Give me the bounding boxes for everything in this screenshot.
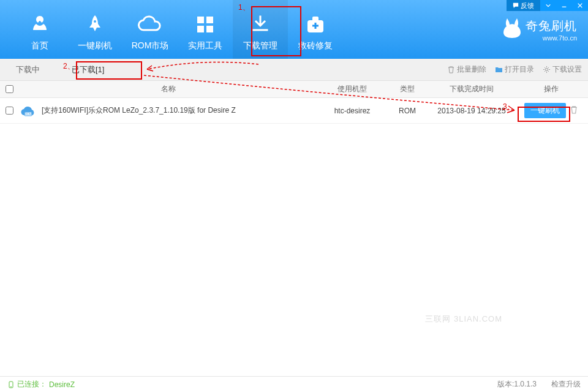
close-button[interactable] xyxy=(572,0,588,11)
feedback-label: 反馈 xyxy=(521,1,534,10)
svg-rect-6 xyxy=(312,17,318,21)
tab-downloaded[interactable]: 已下载[1] xyxy=(56,59,120,81)
row-type: ROM xyxy=(386,107,429,115)
minimize-icon xyxy=(561,2,567,9)
nav-flash-label: 一键刷机 xyxy=(78,40,112,51)
svg-rect-2 xyxy=(206,17,213,23)
dropdown-button[interactable] xyxy=(540,0,556,11)
col-time: 下载完成时间 xyxy=(429,84,514,94)
table-row[interactable]: ROM [支持160WIFI]乐众ROM LeZo_2.3.7_1.10.19版… xyxy=(0,98,588,124)
status-device: DesireZ xyxy=(49,380,75,389)
nav-home-label: 首页 xyxy=(31,40,48,51)
gear-icon xyxy=(543,66,551,74)
grid-icon xyxy=(196,12,214,37)
col-model: 使用机型 xyxy=(318,84,386,94)
brand-name: 奇兔刷机 xyxy=(526,18,577,34)
table-header: 名称 使用机型 类型 下载完成时间 操作 xyxy=(0,81,588,98)
statusbar: 已连接： DesireZ 版本:1.0.1.3 检查升级 xyxy=(0,376,588,392)
nav-rescue-label: 救砖修复 xyxy=(298,40,333,51)
svg-point-7 xyxy=(546,69,548,71)
nav-download-label: 下载管理 xyxy=(243,40,277,51)
col-op: 操作 xyxy=(514,84,588,94)
download-settings-label: 下载设置 xyxy=(552,64,582,75)
row-checkbox[interactable] xyxy=(6,107,13,115)
brand-url: www.7to.cn xyxy=(543,34,577,42)
row-delete-button[interactable] xyxy=(570,105,578,116)
download-icon xyxy=(250,12,271,37)
batch-delete-button[interactable]: 批量删除 xyxy=(447,64,486,75)
medical-icon xyxy=(305,12,326,37)
open-folder-label: 打开目录 xyxy=(505,64,534,75)
main-header: 首页 一键刷机 ROM市场 实用工具 下载管理 救砖修复 奇兔 xyxy=(0,0,588,59)
device-icon xyxy=(7,381,15,388)
check-update-button[interactable]: 检查升级 xyxy=(551,379,581,390)
trash-icon xyxy=(447,66,455,74)
subheader: 下载中 已下载[1] 批量删除 打开目录 下载设置 xyxy=(0,59,588,81)
watermark: 三联网 3LIAN.COM xyxy=(425,314,502,325)
rocket-icon xyxy=(85,12,105,37)
nav-rescue[interactable]: 救砖修复 xyxy=(288,0,343,59)
flash-button[interactable]: 一键刷机 xyxy=(524,103,566,118)
speech-icon xyxy=(513,2,519,9)
nav-tools-label: 实用工具 xyxy=(188,40,222,51)
nav-download[interactable]: 下载管理 xyxy=(233,0,288,59)
select-all-checkbox[interactable] xyxy=(6,85,13,93)
svg-rect-11 xyxy=(10,386,12,387)
status-connected-prefix: 已连接： xyxy=(17,379,47,390)
trash-icon xyxy=(570,105,578,114)
open-folder-button[interactable]: 打开目录 xyxy=(495,64,534,75)
svg-rect-0 xyxy=(562,7,567,7)
folder-icon xyxy=(495,66,503,74)
close-icon xyxy=(577,2,583,9)
batch-delete-label: 批量删除 xyxy=(457,64,486,75)
nav-rom-label: ROM市场 xyxy=(132,40,169,51)
row-name: [支持160WIFI]乐众ROM LeZo_2.3.7_1.10.19版 for… xyxy=(42,105,236,116)
brand-icon xyxy=(502,17,522,42)
rom-file-icon: ROM xyxy=(21,104,36,118)
feedback-button[interactable]: 反馈 xyxy=(507,0,540,11)
nav-tools[interactable]: 实用工具 xyxy=(178,0,233,59)
tab-downloading[interactable]: 下载中 xyxy=(0,59,56,81)
nav-flash[interactable]: 一键刷机 xyxy=(67,0,123,59)
row-time: 2013-08-19 14:29:25 xyxy=(429,107,514,115)
chevron-down-icon xyxy=(545,2,551,9)
col-name: 名称 xyxy=(18,84,318,94)
cloud-icon xyxy=(138,12,162,37)
minimize-button[interactable] xyxy=(556,0,572,11)
svg-rect-3 xyxy=(197,26,204,32)
svg-text:ROM: ROM xyxy=(24,112,32,116)
brand: 奇兔刷机 www.7to.cn xyxy=(502,17,577,42)
download-settings-button[interactable]: 下载设置 xyxy=(543,64,582,75)
nav-home[interactable]: 首页 xyxy=(12,0,67,59)
col-type: 类型 xyxy=(386,84,429,94)
row-model: htc-desirez xyxy=(318,107,386,115)
version-label: 版本:1.0.1.3 xyxy=(497,379,537,390)
nav-rom-market[interactable]: ROM市场 xyxy=(123,0,178,59)
home-icon xyxy=(29,12,50,37)
svg-rect-4 xyxy=(206,26,213,32)
svg-rect-1 xyxy=(197,17,204,23)
